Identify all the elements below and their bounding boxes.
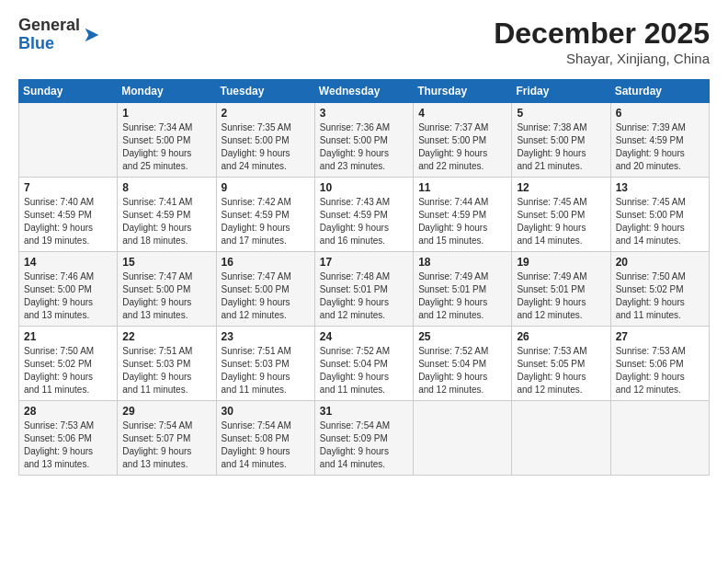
day-number: 24: [320, 330, 408, 343]
calendar-day-cell: 7Sunrise: 7:40 AM Sunset: 4:59 PM Daylig…: [19, 178, 118, 252]
day-number: 29: [122, 405, 210, 418]
day-number: 23: [222, 330, 310, 343]
calendar-day-cell: [414, 401, 512, 476]
day-number: 30: [222, 405, 310, 418]
day-number: 7: [24, 181, 112, 194]
day-info: Sunrise: 7:40 AM Sunset: 4:59 PM Dayligh…: [24, 196, 112, 247]
svg-marker-0: [85, 28, 99, 41]
day-number: 16: [222, 256, 310, 269]
day-info: Sunrise: 7:50 AM Sunset: 5:02 PM Dayligh…: [616, 270, 704, 322]
day-info: Sunrise: 7:53 AM Sunset: 5:05 PM Dayligh…: [517, 345, 605, 396]
day-info: Sunrise: 7:47 AM Sunset: 5:00 PM Dayligh…: [122, 270, 210, 322]
day-info: Sunrise: 7:38 AM Sunset: 5:00 PM Dayligh…: [517, 121, 605, 173]
calendar-day-cell: [512, 401, 610, 476]
header-row: SundayMondayTuesdayWednesdayThursdayFrid…: [19, 80, 710, 103]
day-number: 1: [122, 107, 210, 120]
day-of-week-header: Friday: [512, 80, 610, 103]
day-number: 11: [418, 181, 506, 194]
calendar-day-cell: [19, 103, 118, 178]
calendar-day-cell: 14Sunrise: 7:46 AM Sunset: 5:00 PM Dayli…: [19, 252, 118, 327]
day-info: Sunrise: 7:44 AM Sunset: 4:59 PM Dayligh…: [418, 196, 506, 247]
logo-text: General Blue: [18, 17, 102, 53]
title-block: December 2025 Shayar, Xinjiang, China: [494, 17, 710, 66]
day-number: 26: [517, 330, 605, 343]
day-number: 15: [122, 256, 210, 269]
day-number: 2: [222, 107, 310, 120]
calendar-week-row: 1Sunrise: 7:34 AM Sunset: 5:00 PM Daylig…: [19, 103, 710, 178]
day-info: Sunrise: 7:49 AM Sunset: 5:01 PM Dayligh…: [418, 270, 506, 322]
month-title: December 2025: [494, 17, 710, 51]
calendar-day-cell: 23Sunrise: 7:51 AM Sunset: 5:03 PM Dayli…: [216, 327, 314, 401]
day-number: 31: [320, 405, 408, 418]
calendar-day-cell: 15Sunrise: 7:47 AM Sunset: 5:00 PM Dayli…: [118, 252, 216, 327]
calendar-week-row: 28Sunrise: 7:53 AM Sunset: 5:06 PM Dayli…: [19, 401, 710, 476]
page-header: General Blue December 2025 Shayar, Xinji…: [18, 17, 710, 66]
calendar-day-cell: 1Sunrise: 7:34 AM Sunset: 5:00 PM Daylig…: [118, 103, 216, 178]
day-number: 13: [616, 181, 704, 194]
day-info: Sunrise: 7:53 AM Sunset: 5:06 PM Dayligh…: [24, 419, 112, 471]
day-number: 8: [122, 181, 210, 194]
day-info: Sunrise: 7:51 AM Sunset: 5:03 PM Dayligh…: [222, 345, 310, 396]
day-info: Sunrise: 7:35 AM Sunset: 5:00 PM Dayligh…: [222, 121, 310, 173]
day-info: Sunrise: 7:54 AM Sunset: 5:09 PM Dayligh…: [320, 419, 408, 471]
location-subtitle: Shayar, Xinjiang, China: [494, 51, 710, 66]
day-number: 4: [418, 107, 506, 120]
day-number: 5: [517, 107, 605, 120]
calendar-day-cell: 10Sunrise: 7:43 AM Sunset: 4:59 PM Dayli…: [314, 178, 413, 252]
day-info: Sunrise: 7:46 AM Sunset: 5:00 PM Dayligh…: [24, 270, 112, 322]
day-of-week-header: Monday: [118, 80, 216, 103]
logo-general: General: [18, 17, 80, 35]
logo: General Blue: [18, 17, 102, 53]
calendar-day-cell: 26Sunrise: 7:53 AM Sunset: 5:05 PM Dayli…: [512, 327, 610, 401]
calendar-day-cell: 16Sunrise: 7:47 AM Sunset: 5:00 PM Dayli…: [216, 252, 314, 327]
day-number: 20: [616, 256, 704, 269]
day-info: Sunrise: 7:51 AM Sunset: 5:03 PM Dayligh…: [122, 345, 210, 396]
calendar-day-cell: 6Sunrise: 7:39 AM Sunset: 4:59 PM Daylig…: [610, 103, 709, 178]
day-info: Sunrise: 7:49 AM Sunset: 5:01 PM Dayligh…: [517, 270, 605, 322]
day-info: Sunrise: 7:45 AM Sunset: 5:00 PM Dayligh…: [616, 196, 704, 247]
day-info: Sunrise: 7:39 AM Sunset: 4:59 PM Dayligh…: [616, 121, 704, 173]
day-number: 9: [222, 181, 310, 194]
calendar-day-cell: 13Sunrise: 7:45 AM Sunset: 5:00 PM Dayli…: [610, 178, 709, 252]
calendar-header: SundayMondayTuesdayWednesdayThursdayFrid…: [19, 80, 710, 103]
calendar-day-cell: 29Sunrise: 7:54 AM Sunset: 5:07 PM Dayli…: [118, 401, 216, 476]
calendar-body: 1Sunrise: 7:34 AM Sunset: 5:00 PM Daylig…: [19, 103, 710, 476]
calendar-day-cell: 5Sunrise: 7:38 AM Sunset: 5:00 PM Daylig…: [512, 103, 610, 178]
day-number: 19: [517, 256, 605, 269]
day-info: Sunrise: 7:54 AM Sunset: 5:07 PM Dayligh…: [122, 419, 210, 471]
day-info: Sunrise: 7:52 AM Sunset: 5:04 PM Dayligh…: [418, 345, 506, 396]
day-info: Sunrise: 7:43 AM Sunset: 4:59 PM Dayligh…: [320, 196, 408, 247]
logo-blue: Blue: [18, 35, 80, 53]
logo-icon: [82, 25, 102, 45]
calendar-week-row: 21Sunrise: 7:50 AM Sunset: 5:02 PM Dayli…: [19, 327, 710, 401]
day-number: 3: [320, 107, 408, 120]
day-info: Sunrise: 7:34 AM Sunset: 5:00 PM Dayligh…: [122, 121, 210, 173]
day-info: Sunrise: 7:48 AM Sunset: 5:01 PM Dayligh…: [320, 270, 408, 322]
day-number: 14: [24, 256, 112, 269]
calendar-day-cell: 11Sunrise: 7:44 AM Sunset: 4:59 PM Dayli…: [414, 178, 512, 252]
day-info: Sunrise: 7:45 AM Sunset: 5:00 PM Dayligh…: [517, 196, 605, 247]
day-number: 28: [24, 405, 112, 418]
day-info: Sunrise: 7:52 AM Sunset: 5:04 PM Dayligh…: [320, 345, 408, 396]
calendar-day-cell: 31Sunrise: 7:54 AM Sunset: 5:09 PM Dayli…: [314, 401, 413, 476]
day-number: 21: [24, 330, 112, 343]
day-of-week-header: Saturday: [610, 80, 709, 103]
calendar-table: SundayMondayTuesdayWednesdayThursdayFrid…: [18, 79, 710, 476]
calendar-day-cell: 9Sunrise: 7:42 AM Sunset: 4:59 PM Daylig…: [216, 178, 314, 252]
day-of-week-header: Wednesday: [314, 80, 413, 103]
day-number: 17: [320, 256, 408, 269]
calendar-day-cell: 22Sunrise: 7:51 AM Sunset: 5:03 PM Dayli…: [118, 327, 216, 401]
calendar-week-row: 7Sunrise: 7:40 AM Sunset: 4:59 PM Daylig…: [19, 178, 710, 252]
calendar-day-cell: 18Sunrise: 7:49 AM Sunset: 5:01 PM Dayli…: [414, 252, 512, 327]
day-number: 27: [616, 330, 704, 343]
calendar-day-cell: 27Sunrise: 7:53 AM Sunset: 5:06 PM Dayli…: [610, 327, 709, 401]
calendar-day-cell: 25Sunrise: 7:52 AM Sunset: 5:04 PM Dayli…: [414, 327, 512, 401]
day-info: Sunrise: 7:50 AM Sunset: 5:02 PM Dayligh…: [24, 345, 112, 396]
day-info: Sunrise: 7:36 AM Sunset: 5:00 PM Dayligh…: [320, 121, 408, 173]
calendar-day-cell: 20Sunrise: 7:50 AM Sunset: 5:02 PM Dayli…: [610, 252, 709, 327]
page-container: General Blue December 2025 Shayar, Xinji…: [0, 0, 728, 485]
calendar-day-cell: 2Sunrise: 7:35 AM Sunset: 5:00 PM Daylig…: [216, 103, 314, 178]
day-info: Sunrise: 7:41 AM Sunset: 4:59 PM Dayligh…: [122, 196, 210, 247]
day-number: 18: [418, 256, 506, 269]
calendar-day-cell: 8Sunrise: 7:41 AM Sunset: 4:59 PM Daylig…: [118, 178, 216, 252]
